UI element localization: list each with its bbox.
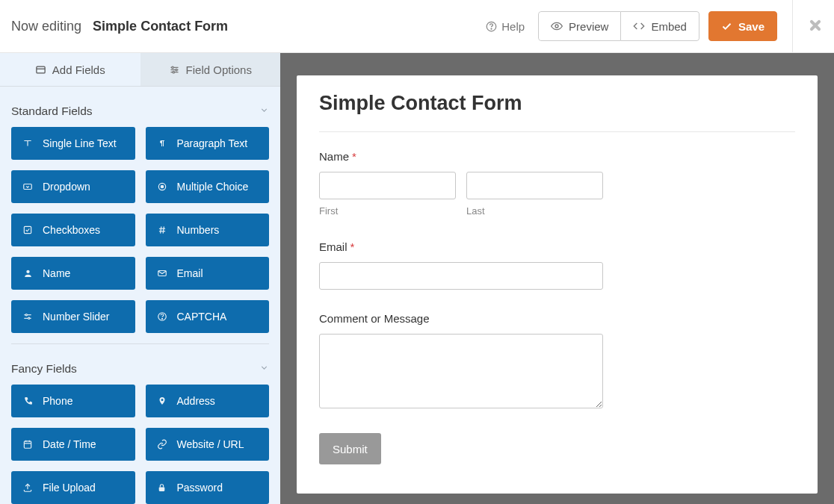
- section-standard-toggle[interactable]: Standard Fields: [11, 97, 269, 127]
- preview-button[interactable]: Preview: [538, 11, 621, 41]
- field-single-line-text[interactable]: Single Line Text: [11, 127, 135, 160]
- submit-button[interactable]: Submit: [319, 433, 381, 464]
- field-date-time[interactable]: Date / Time: [11, 428, 135, 461]
- save-button[interactable]: Save: [708, 11, 777, 41]
- email-label: Email*: [319, 240, 795, 253]
- svg-point-26: [161, 318, 162, 319]
- field-number-slider[interactable]: Number Slider: [11, 300, 135, 333]
- help-label: Help: [501, 20, 525, 33]
- sliders-icon: [169, 64, 180, 75]
- svg-point-1: [491, 28, 492, 29]
- field-multiple-choice[interactable]: Multiple Choice: [146, 170, 270, 203]
- fields-sidebar: Add Fields Field Options Standard Fields…: [0, 53, 280, 504]
- last-name-input[interactable]: [466, 172, 603, 199]
- name-label: Name*: [319, 150, 795, 163]
- field-label: Checkboxes: [43, 224, 100, 236]
- field-numbers[interactable]: Numbers: [146, 214, 270, 246]
- envelope-icon: [156, 268, 168, 279]
- field-label: Password: [177, 482, 223, 494]
- radio-icon: [156, 181, 168, 192]
- now-editing-label: Now editing: [11, 19, 81, 34]
- field-name[interactable]: Name: [11, 257, 135, 290]
- form-title: Simple Contact Form: [319, 92, 795, 132]
- svg-line-17: [160, 226, 161, 233]
- embed-label: Embed: [651, 20, 687, 33]
- field-file-upload[interactable]: File Upload: [11, 471, 135, 504]
- chevron-down-icon: [259, 362, 269, 376]
- field-label: File Upload: [43, 482, 96, 494]
- comment-textarea[interactable]: [319, 334, 603, 408]
- svg-line-18: [163, 226, 164, 233]
- field-label: Phone: [43, 395, 72, 407]
- field-checkboxes[interactable]: Checkboxes: [11, 214, 135, 246]
- calendar-icon: [22, 439, 34, 449]
- checkbox-icon: [22, 225, 34, 235]
- close-icon: [808, 18, 823, 33]
- paragraph-icon: [156, 138, 168, 149]
- svg-point-19: [26, 270, 29, 273]
- field-website-url[interactable]: Website / URL: [146, 428, 270, 461]
- tab-field-options[interactable]: Field Options: [140, 53, 281, 86]
- comment-label: Comment or Message: [319, 312, 795, 325]
- lock-icon: [156, 482, 168, 493]
- form-preview-canvas: Simple Contact Form Name* First Last: [280, 53, 834, 504]
- code-icon: [633, 20, 645, 32]
- field-label: Name: [43, 267, 70, 279]
- dropdown-icon: [22, 181, 34, 192]
- svg-rect-14: [24, 226, 31, 233]
- chevron-down-icon: [259, 105, 269, 118]
- close-button[interactable]: [808, 18, 823, 35]
- help-icon: [486, 21, 497, 32]
- field-label: Multiple Choice: [177, 181, 249, 193]
- svg-point-13: [161, 185, 164, 188]
- field-dropdown[interactable]: Dropdown: [11, 170, 135, 203]
- tab-field-options-label: Field Options: [186, 63, 252, 76]
- field-label: Website / URL: [177, 438, 244, 450]
- question-icon: [156, 311, 168, 322]
- field-password[interactable]: Password: [146, 471, 270, 504]
- section-fancy-toggle[interactable]: Fancy Fields: [11, 355, 269, 385]
- field-label: Number Slider: [43, 311, 109, 323]
- svg-rect-32: [159, 487, 165, 491]
- tab-add-fields[interactable]: Add Fields: [0, 53, 140, 86]
- svg-rect-3: [37, 66, 45, 73]
- form-card: Simple Contact Form Name* First Last: [297, 75, 818, 494]
- field-label: CAPTCHA: [177, 311, 227, 323]
- last-name-sublabel: Last: [466, 205, 603, 217]
- section-fancy-label: Fancy Fields: [11, 362, 77, 376]
- field-label: Date / Time: [43, 438, 96, 450]
- svg-point-2: [555, 25, 558, 28]
- tab-add-fields-label: Add Fields: [52, 63, 105, 76]
- preview-label: Preview: [569, 20, 608, 33]
- field-label: Address: [177, 395, 215, 407]
- phone-icon: [22, 396, 34, 406]
- eye-icon: [551, 20, 563, 32]
- required-mark: *: [352, 150, 356, 163]
- embed-button[interactable]: Embed: [621, 11, 699, 41]
- svg-rect-27: [24, 441, 31, 448]
- required-mark: *: [350, 240, 355, 253]
- user-icon: [22, 268, 34, 279]
- field-label: Single Line Text: [43, 137, 117, 149]
- field-email[interactable]: Email: [146, 257, 270, 290]
- svg-point-8: [171, 66, 173, 69]
- section-standard-label: Standard Fields: [11, 105, 93, 118]
- link-icon: [156, 439, 168, 449]
- svg-rect-11: [24, 184, 32, 190]
- help-link[interactable]: Help: [486, 20, 525, 33]
- svg-point-24: [28, 317, 30, 319]
- first-name-input[interactable]: [319, 172, 456, 199]
- field-paragraph-text[interactable]: Paragraph Text: [146, 127, 270, 160]
- field-label: Numbers: [177, 224, 220, 236]
- field-label: Paragraph Text: [177, 137, 248, 149]
- add-fields-icon: [35, 64, 46, 75]
- svg-point-23: [25, 314, 27, 316]
- field-address[interactable]: Address: [146, 385, 270, 417]
- field-phone[interactable]: Phone: [11, 385, 135, 417]
- field-captcha[interactable]: CAPTCHA: [146, 300, 270, 333]
- form-name-label: Simple Contact Form: [93, 19, 228, 34]
- upload-icon: [22, 482, 34, 493]
- email-input[interactable]: [319, 262, 603, 290]
- svg-point-9: [175, 69, 177, 71]
- map-pin-icon: [156, 396, 168, 406]
